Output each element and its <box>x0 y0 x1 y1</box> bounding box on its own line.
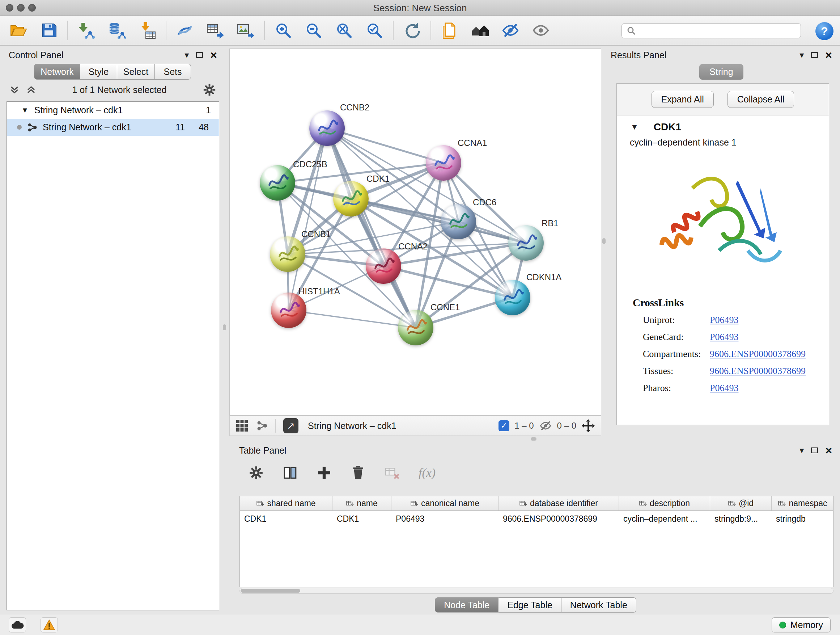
tab-node-table[interactable]: Node Table <box>435 597 499 613</box>
network-node-HIST1H1A[interactable] <box>271 293 306 328</box>
gene-section-expander-icon[interactable]: ▼ <box>630 122 638 132</box>
search-box[interactable] <box>622 23 801 38</box>
network-overview-icon[interactable] <box>256 420 268 432</box>
network-node-CDK1[interactable] <box>333 181 369 217</box>
left-splitter-handle[interactable] <box>223 325 226 330</box>
save-session-icon[interactable] <box>39 21 58 40</box>
network-node-CCNE1[interactable] <box>398 310 433 345</box>
zoom-selected-icon[interactable] <box>365 21 384 40</box>
table-cell[interactable]: cyclin–dependent ... <box>619 511 710 527</box>
open-in-new-window-icon[interactable]: ↗ <box>283 418 298 433</box>
show-all-eye-icon[interactable] <box>531 21 551 40</box>
import-network-database-icon[interactable] <box>107 21 126 40</box>
open-session-icon[interactable] <box>9 21 28 40</box>
neighbor-houses-icon[interactable] <box>470 21 490 40</box>
expand-all-icon[interactable] <box>26 85 36 95</box>
column-header-canonical-name[interactable]: canonical name <box>392 496 499 510</box>
tab-sets[interactable]: Sets <box>155 64 191 80</box>
panel-menu-icon[interactable]: ▾ <box>185 51 189 59</box>
network-node-CCNA2[interactable] <box>366 249 401 284</box>
tab-select[interactable]: Select <box>117 64 155 80</box>
tree-row-collection[interactable]: ▼ String Network – cdk1 1 <box>7 102 219 119</box>
tree-expander-icon[interactable]: ▼ <box>21 106 28 114</box>
zoom-out-icon[interactable] <box>304 21 324 40</box>
tab-network-table[interactable]: Network Table <box>561 597 636 613</box>
table-cell[interactable]: stringdb:9... <box>710 511 772 527</box>
column-header-namespac[interactable]: namespac <box>772 496 834 510</box>
tab-style[interactable]: Style <box>80 64 117 80</box>
results-panel-menu-icon[interactable]: ▾ <box>799 51 804 59</box>
network-tree: ▼ String Network – cdk1 1 String Network… <box>6 101 219 610</box>
network-node-CCNB1[interactable] <box>270 236 305 272</box>
network-node-CDC6[interactable] <box>441 204 476 239</box>
network-node-CDC25B[interactable] <box>260 165 295 201</box>
node-label-CDK1: CDK1 <box>366 174 390 184</box>
export-table-icon[interactable] <box>205 21 225 40</box>
gear-icon[interactable] <box>202 83 216 97</box>
results-tab-string[interactable]: String <box>699 64 743 80</box>
control-panel-tabs: Network Style Select Sets <box>34 64 222 80</box>
cloud-status-icon[interactable] <box>9 617 26 632</box>
search-input[interactable] <box>640 26 796 36</box>
column-header-description[interactable]: description <box>619 496 710 510</box>
add-column-icon[interactable] <box>317 465 332 480</box>
select-columns-icon[interactable] <box>283 465 298 480</box>
tree-row-network[interactable]: String Network – cdk1 11 48 <box>7 119 219 136</box>
tab-edge-table[interactable]: Edge Table <box>499 597 561 613</box>
grid-view-icon[interactable] <box>235 419 248 432</box>
refresh-icon[interactable] <box>402 21 422 40</box>
crosslink-row-genecard: GeneCard: P06493 <box>633 332 829 342</box>
network-arrows-icon[interactable] <box>175 21 195 40</box>
network-node-CDKN1A[interactable] <box>495 280 531 315</box>
table-cell[interactable]: CDK1 <box>332 511 392 527</box>
tissues-link[interactable]: 9606.ENSP00000378699 <box>710 366 806 377</box>
results-panel-close-icon[interactable]: × <box>825 49 832 61</box>
warning-icon[interactable] <box>41 617 58 632</box>
table-row[interactable]: CDK1CDK1P064939606.ENSP00000378699cyclin… <box>240 511 833 527</box>
selected-count-checkbox-icon[interactable]: ✓ <box>499 420 509 431</box>
collapse-all-button[interactable]: Collapse All <box>728 91 794 108</box>
duplicate-page-icon[interactable] <box>440 21 459 40</box>
genecard-link[interactable]: P06493 <box>710 332 738 342</box>
import-table-icon[interactable] <box>137 21 157 40</box>
table-settings-gear-icon[interactable] <box>248 465 264 480</box>
collapse-all-icon[interactable] <box>9 85 19 95</box>
compartments-link[interactable]: 9606.ENSP00000378699 <box>710 348 806 359</box>
tab-network[interactable]: Network <box>34 64 80 80</box>
delete-column-icon[interactable] <box>351 465 366 480</box>
memory-status-dot <box>779 622 786 629</box>
column-header-name[interactable]: name <box>332 496 392 510</box>
help-icon[interactable]: ? <box>815 22 834 40</box>
panel-close-icon[interactable]: × <box>210 49 217 61</box>
network-node-CCNA1[interactable] <box>426 145 461 181</box>
expand-all-button[interactable]: Expand All <box>652 91 714 108</box>
panel-float-icon[interactable] <box>196 52 203 58</box>
bottom-splitter-handle[interactable] <box>531 437 537 440</box>
table-cell[interactable]: CDK1 <box>240 511 332 527</box>
column-header-database-identifier[interactable]: database identifier <box>499 496 619 510</box>
table-panel-close-icon[interactable]: × <box>825 445 832 456</box>
pharos-link[interactable]: P06493 <box>710 383 738 394</box>
hide-selection-eye-icon[interactable] <box>501 21 520 40</box>
network-node-RB1[interactable] <box>508 225 544 261</box>
delete-table-icon <box>385 465 400 480</box>
uniprot-link[interactable]: P06493 <box>710 315 738 325</box>
memory-button[interactable]: Memory <box>772 617 831 632</box>
network-node-CCNB2[interactable] <box>309 111 345 146</box>
table-cell[interactable]: stringdb <box>772 511 834 527</box>
right-splitter-handle[interactable] <box>602 238 606 244</box>
table-panel-float-icon[interactable] <box>811 448 818 453</box>
pan-crosshair-icon[interactable] <box>581 419 595 432</box>
import-network-file-icon[interactable] <box>77 21 96 40</box>
export-image-icon[interactable] <box>236 21 256 40</box>
zoom-in-icon[interactable] <box>273 21 293 40</box>
table-horizontal-scrollbar[interactable] <box>240 588 834 594</box>
table-cell[interactable]: P06493 <box>392 511 499 527</box>
column-header-shared-name[interactable]: shared name <box>240 496 332 510</box>
column-header-@id[interactable]: @id <box>710 496 772 510</box>
results-panel-float-icon[interactable] <box>811 52 818 58</box>
table-cell[interactable]: 9606.ENSP00000378699 <box>499 511 619 527</box>
network-canvas[interactable]: CCNB2CCNA1CDC25BCDK1CDC6RB1CCNB1CCNA2CDK… <box>229 49 601 416</box>
table-panel-menu-icon[interactable]: ▾ <box>799 446 804 455</box>
zoom-fit-icon[interactable] <box>334 21 354 40</box>
